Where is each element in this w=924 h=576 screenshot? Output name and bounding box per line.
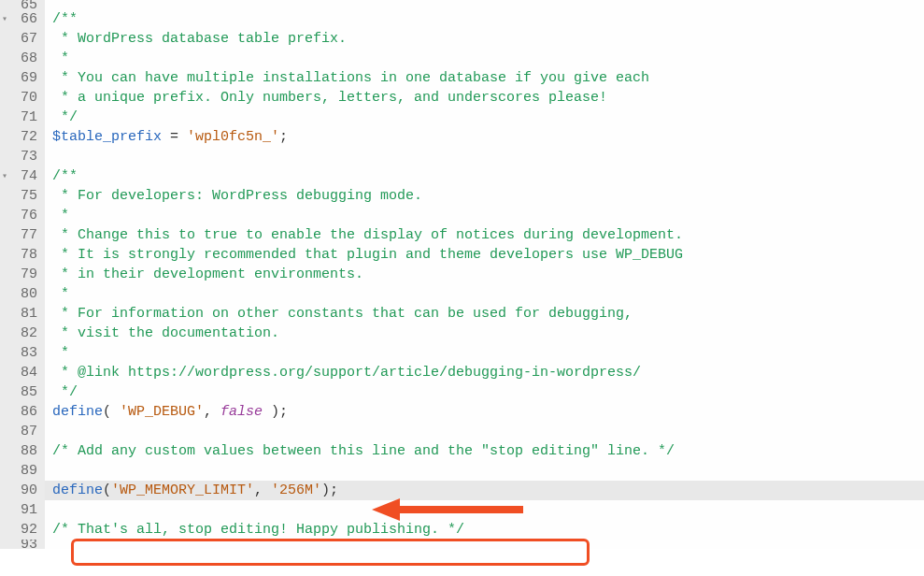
code-line[interactable] bbox=[52, 461, 924, 481]
line-number: ▾66 bbox=[4, 9, 37, 29]
line-number: 67 bbox=[4, 29, 37, 49]
code-line[interactable]: define('WP_MEMORY_LIMIT', '256M'); bbox=[45, 481, 924, 500]
line-number-gutter: 65▾6667686970717273▾74757677787980818283… bbox=[0, 0, 45, 549]
token-comment: * bbox=[52, 345, 69, 361]
line-number: 85 bbox=[4, 382, 37, 402]
code-line[interactable]: * bbox=[52, 343, 924, 363]
token-string: '256M' bbox=[271, 482, 321, 498]
line-number: 89 bbox=[4, 461, 37, 481]
token-variable: $table_prefix bbox=[52, 129, 162, 145]
code-line[interactable]: /** bbox=[52, 166, 924, 186]
code-line[interactable]: * bbox=[52, 206, 924, 225]
token-operator: ); bbox=[321, 482, 338, 498]
code-line[interactable]: */ bbox=[52, 382, 924, 402]
code-line[interactable]: /* That's all, stop editing! Happy publi… bbox=[52, 520, 924, 540]
token-comment: */ bbox=[52, 109, 78, 125]
line-number: 83 bbox=[4, 343, 37, 363]
code-line[interactable]: * in their development environments. bbox=[52, 265, 924, 284]
line-number: 70 bbox=[4, 88, 37, 108]
line-number: ▾74 bbox=[4, 166, 37, 186]
token-comment: * bbox=[52, 50, 69, 66]
code-line[interactable]: /* Add any custom values between this li… bbox=[52, 441, 924, 461]
line-number: 71 bbox=[4, 108, 37, 127]
token-comment: * @link https://wordpress.org/support/ar… bbox=[52, 365, 641, 381]
line-number: 91 bbox=[4, 500, 37, 520]
token-operator: ; bbox=[279, 129, 288, 145]
line-number: 65 bbox=[4, 0, 37, 9]
code-line[interactable]: * visit the documentation. bbox=[52, 324, 924, 343]
line-number: 77 bbox=[4, 225, 37, 245]
token-comment: /** bbox=[52, 168, 78, 184]
line-number: 92 bbox=[4, 520, 37, 540]
token-operator: , bbox=[254, 482, 271, 498]
token-comment: * bbox=[52, 208, 69, 223]
line-number: 86 bbox=[4, 402, 37, 422]
line-number: 87 bbox=[4, 422, 37, 441]
code-content[interactable]: /** * WordPress database table prefix. *… bbox=[45, 0, 924, 549]
token-fn: define bbox=[52, 482, 103, 498]
token-fn: define bbox=[52, 404, 103, 420]
code-line[interactable] bbox=[52, 500, 924, 520]
code-line[interactable]: /** bbox=[52, 9, 924, 29]
token-comment: * visit the documentation. bbox=[52, 325, 279, 341]
token-comment: /* Add any custom values between this li… bbox=[52, 443, 675, 459]
token-comment: */ bbox=[52, 384, 78, 400]
code-line[interactable]: * bbox=[52, 284, 924, 304]
token-comment: * For information on other constants tha… bbox=[52, 306, 633, 322]
code-line[interactable]: */ bbox=[52, 108, 924, 127]
token-operator: ( bbox=[103, 482, 111, 498]
line-number: 75 bbox=[4, 186, 37, 206]
line-number: 76 bbox=[4, 206, 37, 225]
token-string: 'WP_MEMORY_LIMIT' bbox=[111, 482, 254, 498]
code-line[interactable]: $table_prefix = 'wpl0fc5n_'; bbox=[52, 127, 924, 147]
token-operator: , bbox=[204, 404, 220, 420]
token-comment: * Change this to true to enable the disp… bbox=[52, 227, 683, 243]
code-line[interactable]: * It is strongly recommended that plugin… bbox=[52, 245, 924, 265]
token-kw-false: false bbox=[220, 404, 263, 420]
line-number: 78 bbox=[4, 245, 37, 265]
token-operator: = bbox=[162, 129, 187, 145]
line-number: 68 bbox=[4, 49, 37, 68]
code-line[interactable] bbox=[52, 540, 924, 549]
token-string: 'wpl0fc5n_' bbox=[187, 129, 279, 145]
token-operator: ( bbox=[103, 404, 120, 420]
code-line[interactable]: * bbox=[52, 49, 924, 68]
line-number: 81 bbox=[4, 304, 37, 324]
code-line[interactable]: * For developers: WordPress debugging mo… bbox=[52, 186, 924, 206]
line-number: 79 bbox=[4, 265, 37, 284]
code-line[interactable]: * a unique prefix. Only numbers, letters… bbox=[52, 88, 924, 108]
code-line[interactable]: * You can have multiple installations in… bbox=[52, 68, 924, 88]
token-comment: * bbox=[52, 286, 69, 302]
code-line[interactable]: define( 'WP_DEBUG', false ); bbox=[52, 402, 924, 422]
token-comment: * It is strongly recommended that plugin… bbox=[52, 247, 683, 263]
code-line[interactable]: * For information on other constants tha… bbox=[52, 304, 924, 324]
token-comment: * You can have multiple installations in… bbox=[52, 70, 649, 86]
line-number: 90 bbox=[4, 481, 37, 500]
token-comment: * For developers: WordPress debugging mo… bbox=[52, 188, 422, 204]
token-comment: * WordPress database table prefix. bbox=[52, 31, 347, 47]
code-line[interactable] bbox=[52, 147, 924, 166]
line-number: 80 bbox=[4, 284, 37, 304]
token-comment: * a unique prefix. Only numbers, letters… bbox=[52, 90, 607, 106]
token-string: 'WP_DEBUG' bbox=[120, 404, 204, 420]
code-line[interactable] bbox=[52, 0, 924, 9]
code-line[interactable]: * Change this to true to enable the disp… bbox=[52, 225, 924, 245]
line-number: 73 bbox=[4, 147, 37, 166]
token-operator: ); bbox=[263, 404, 288, 420]
line-number: 72 bbox=[4, 127, 37, 147]
code-line[interactable]: * @link https://wordpress.org/support/ar… bbox=[52, 363, 924, 382]
token-comment: * in their development environments. bbox=[52, 266, 363, 282]
line-number: 93 bbox=[4, 540, 37, 549]
code-line[interactable]: * WordPress database table prefix. bbox=[52, 29, 924, 49]
line-number: 82 bbox=[4, 324, 37, 343]
fold-toggle-icon[interactable]: ▾ bbox=[2, 166, 7, 186]
token-comment: /* That's all, stop editing! Happy publi… bbox=[52, 522, 464, 538]
code-editor: 65▾6667686970717273▾74757677787980818283… bbox=[0, 0, 924, 549]
line-number: 69 bbox=[4, 68, 37, 88]
line-number: 84 bbox=[4, 363, 37, 382]
fold-toggle-icon[interactable]: ▾ bbox=[2, 9, 7, 29]
line-number: 88 bbox=[4, 441, 37, 461]
code-line[interactable] bbox=[52, 422, 924, 441]
token-comment: /** bbox=[52, 11, 78, 27]
